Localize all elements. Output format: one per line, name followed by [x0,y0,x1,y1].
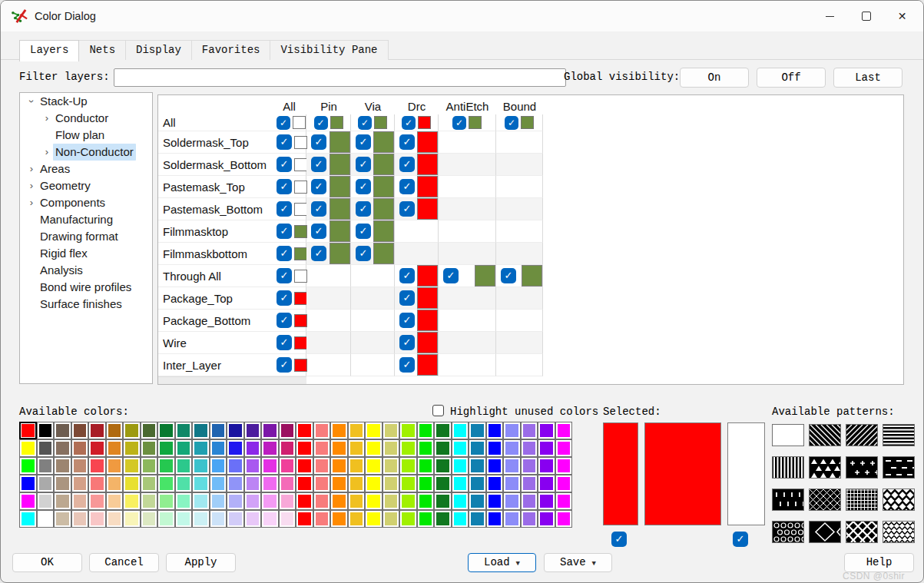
color-swatch[interactable] [383,439,400,457]
color-swatch[interactable] [88,475,106,492]
color-swatch[interactable] [141,510,158,528]
color-swatch[interactable] [383,492,400,510]
tree-item-rigid-flex[interactable]: Rigid flex [20,245,152,262]
load-dropdown-icon[interactable]: ▼ [516,560,520,568]
color-swatch[interactable] [330,439,348,457]
tree-item-bond-wire-profiles[interactable]: Bond wire profiles [20,279,152,296]
pattern-swatch-diagonal-back[interactable] [809,424,841,446]
visibility-checkbox[interactable]: ✓ [356,134,371,150]
color-swatch-large[interactable] [417,287,438,309]
color-swatch[interactable] [348,422,366,439]
color-swatch[interactable] [503,422,521,439]
color-swatch[interactable] [261,422,279,439]
chevron-right-icon[interactable]: › [41,110,52,127]
color-swatch-large[interactable] [330,220,350,242]
pattern-swatch-large-diamond[interactable] [809,521,841,543]
color-swatch[interactable] [192,510,210,528]
tree-item-areas[interactable]: ›Areas [20,161,152,177]
color-swatch[interactable] [227,510,244,528]
tree-item-stack-up[interactable]: ›Stack-Up [20,93,152,110]
color-swatch[interactable] [123,492,141,510]
color-swatch[interactable] [296,422,313,439]
color-swatch[interactable] [227,475,244,492]
color-swatch[interactable] [175,439,193,457]
color-swatch[interactable] [141,457,158,475]
color-swatch-large[interactable] [417,332,438,353]
selected-swatch-1[interactable] [603,422,638,525]
color-swatch-large[interactable] [330,176,350,197]
color-swatch[interactable] [106,475,124,492]
color-swatch[interactable] [279,457,296,475]
color-swatch[interactable] [452,492,469,510]
color-swatch[interactable] [555,439,573,457]
color-swatch-large[interactable] [475,265,495,287]
color-swatch[interactable] [37,475,55,492]
color-swatch[interactable] [434,422,452,439]
color-swatch[interactable] [296,492,313,510]
color-swatch[interactable] [37,510,55,528]
selected-swatch-3[interactable] [727,422,765,525]
pattern-swatch-vertical-dashes[interactable] [772,489,804,511]
color-swatch[interactable] [486,510,504,528]
table-horizontal-scrollbar[interactable] [158,376,306,384]
color-swatch[interactable] [175,422,193,439]
color-swatch[interactable] [54,422,71,439]
color-swatch[interactable] [54,510,71,528]
color-swatch[interactable] [365,475,383,492]
color-swatch[interactable] [157,492,175,510]
color-swatch[interactable] [54,492,71,510]
color-swatch[interactable] [469,422,486,439]
color-swatch[interactable] [71,510,89,528]
color-swatch[interactable] [555,475,573,492]
color-swatch-large[interactable] [373,176,394,197]
visibility-checkbox[interactable]: ✓ [311,224,326,239]
visibility-checkbox[interactable]: ✓ [505,116,518,130]
color-swatch[interactable] [486,492,504,510]
tab-layers[interactable]: Layers [19,40,79,61]
color-swatch[interactable] [19,422,37,439]
color-swatch-large[interactable] [373,154,394,175]
color-swatch-small[interactable] [294,225,307,238]
color-swatch[interactable] [434,439,452,457]
color-swatch[interactable] [244,492,262,510]
visibility-checkbox[interactable]: ✓ [277,268,292,283]
global-visibility-off-button[interactable]: Off [757,68,826,88]
save-button[interactable]: Save▼ [544,553,612,572]
color-swatch[interactable] [555,422,573,439]
color-swatch-large[interactable] [330,131,350,153]
color-swatch[interactable] [383,475,400,492]
color-swatch[interactable] [192,475,210,492]
color-swatch[interactable] [503,457,521,475]
color-swatch[interactable] [106,422,124,439]
color-swatch[interactable] [37,457,55,475]
pattern-swatch-circles[interactable] [772,521,804,543]
color-swatch[interactable] [19,457,37,475]
color-swatch-small[interactable] [294,314,307,327]
color-swatch-large[interactable] [417,265,438,287]
color-swatch[interactable] [123,439,141,457]
color-swatch[interactable] [503,439,521,457]
pattern-swatch-solid[interactable] [772,424,804,446]
color-swatch[interactable] [399,475,417,492]
pattern-swatch-horizontal-dashes[interactable] [883,456,915,479]
tab-display[interactable]: Display [125,40,192,60]
color-swatch[interactable] [469,475,486,492]
color-swatch[interactable] [434,510,452,528]
color-swatch[interactable] [330,422,348,439]
color-swatch[interactable] [123,457,141,475]
color-swatch-small[interactable] [418,116,431,129]
color-swatch[interactable] [399,492,417,510]
color-swatch[interactable] [106,439,124,457]
color-swatch[interactable] [141,492,158,510]
color-swatch[interactable] [503,510,521,528]
color-swatch[interactable] [417,510,435,528]
color-swatch[interactable] [157,510,175,528]
color-swatch[interactable] [296,457,313,475]
color-swatch-small[interactable] [294,359,307,372]
visibility-checkbox[interactable]: ✓ [277,157,292,172]
color-swatch-small[interactable] [294,336,307,349]
color-swatch[interactable] [521,510,538,528]
color-swatch[interactable] [521,422,538,439]
tab-favorites[interactable]: Favorites [191,40,271,60]
color-swatch-small[interactable] [294,247,307,260]
